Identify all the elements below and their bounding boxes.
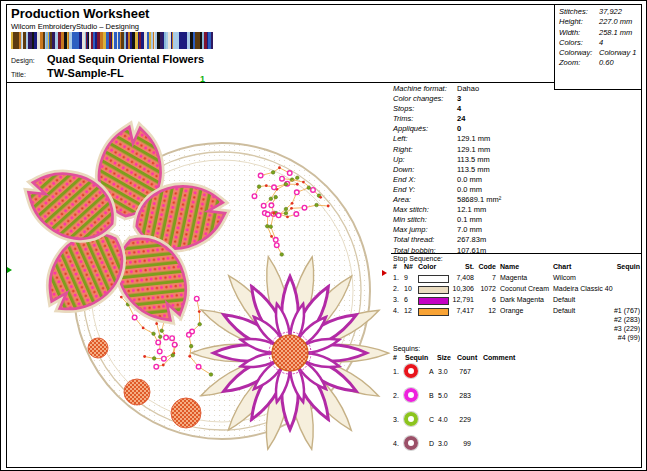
- stat-row: Width:258.1 mm: [559, 28, 642, 38]
- start-point-marker: 1: [200, 74, 205, 84]
- stop-row: 3.6 12,7916 Dark MagentaDefault: [391, 296, 642, 306]
- stat-value: 0.60: [599, 58, 614, 68]
- sequin-row: 4. D3.099: [391, 436, 642, 458]
- stop-sequence-label: Stop Sequence:: [393, 255, 443, 262]
- stat-value: 258.1 mm: [599, 28, 632, 38]
- sequin-icon: [404, 388, 418, 402]
- detail-row: Stops:4: [393, 104, 593, 114]
- detail-row: Left:129.1 mm: [393, 134, 593, 144]
- stat-row: Zoom:0.60: [559, 58, 642, 68]
- stats-box: Stitches:37,922 Height:227.0 mm Width:25…: [554, 4, 642, 90]
- detail-row: Appliqués:0: [393, 124, 593, 134]
- stop-row: 1.9 7,4087 MagentaWilcom: [391, 274, 642, 284]
- left-edge-marker: [7, 267, 12, 273]
- design-label: Design:: [11, 57, 35, 64]
- stop-sequence-header: # N# Color St. Code Name Chart Sequin: [391, 263, 642, 273]
- app-subtitle: Wilcom EmbroideryStudio – Designing: [11, 22, 139, 31]
- design-details-list: Machine format:Dahao Color changes:3 Sto…: [393, 84, 593, 256]
- detail-row: End Y:0.0 mm: [393, 185, 593, 195]
- sequin-row: 2. B5.0283: [391, 388, 642, 410]
- sequin-usage: #2 (283): [590, 316, 640, 323]
- detail-row: Max stitch:12.1 mm: [393, 205, 593, 215]
- barcode: [11, 32, 309, 49]
- file-title: TW-Sample-FL: [47, 67, 124, 79]
- title-label: Title:: [11, 71, 26, 78]
- sequin-icon: [404, 436, 418, 450]
- right-edge-marker: [382, 270, 387, 276]
- design-preview: [7, 83, 391, 466]
- detail-row: Up:113.5 mm: [393, 155, 593, 165]
- sequin-row: 3. C4.0229: [391, 412, 642, 434]
- stat-label: Width:: [559, 28, 599, 38]
- detail-row: Area:58689.1 mm²: [393, 195, 593, 205]
- production-worksheet-page: Production Worksheet Wilcom EmbroiderySt…: [0, 0, 647, 471]
- detail-row: End X:0.0 mm: [393, 175, 593, 185]
- stat-value: 227.0 mm: [599, 17, 632, 27]
- sequin-usage: #4 (99): [590, 334, 640, 341]
- sequins-label: Sequins:: [393, 345, 420, 352]
- design-name: Quad Sequin Oriental Flowers: [47, 53, 204, 65]
- page-title: Production Worksheet: [11, 6, 149, 21]
- section-divider: [391, 253, 642, 254]
- stat-label: Colors:: [559, 38, 599, 48]
- stat-value: 37,922: [599, 7, 622, 17]
- detail-row: Color changes:3: [393, 94, 593, 104]
- stat-row: Colorway:Colorway 1: [559, 48, 642, 58]
- sequin-icon: [404, 364, 418, 378]
- detail-row: Min stitch:0.1 mm: [393, 215, 593, 225]
- detail-row: Right:129.1 mm: [393, 145, 593, 155]
- stat-row: Colors:4: [559, 38, 642, 48]
- sequin-usage: #1 (767): [590, 307, 640, 314]
- detail-row: Total thread:267.83m: [393, 235, 593, 245]
- sequins-section: Sequins: # Sequin Size Count Comment 1. …: [391, 345, 642, 465]
- stat-label: Height:: [559, 17, 599, 27]
- sequin-usage: #3 (229): [590, 325, 640, 332]
- detail-row: Max jump:7.0 mm: [393, 225, 593, 235]
- detail-row: Trims:24: [393, 114, 593, 124]
- sequin-icon: [404, 412, 418, 426]
- stop-row: 2.10 10,3061072 Coconut CreamMadeira Cla…: [391, 285, 642, 295]
- stat-label: Zoom:: [559, 58, 599, 68]
- stat-label: Stitches:: [559, 7, 599, 17]
- stat-row: Stitches:37,922: [559, 7, 642, 17]
- detail-row: Down:113.5 mm: [393, 165, 593, 175]
- detail-row: Machine format:Dahao: [393, 84, 593, 94]
- stat-row: Height:227.0 mm: [559, 17, 642, 27]
- sequin-row: 1. A3.0767: [391, 364, 642, 386]
- stat-value: 4: [599, 38, 603, 48]
- stop-sequence-section: Stop Sequence: # N# Color St. Code Name …: [391, 253, 642, 345]
- stat-value: Colorway 1: [599, 48, 637, 58]
- stat-label: Colorway:: [559, 48, 599, 58]
